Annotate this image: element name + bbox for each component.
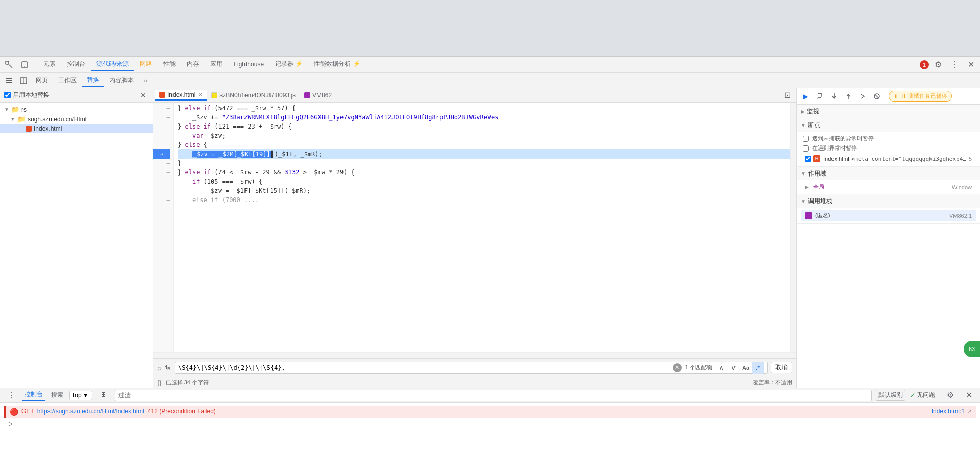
error-circle-icon: 🔴 [10, 408, 18, 416]
editor-tab-bar: Index.html ✕ szBN0h1em4ON.87f8093.js VM8… [153, 88, 796, 103]
match-case-button[interactable]: Aa [740, 362, 752, 374]
section-scope: ▼ 作用域 ▶ 全局 Window [797, 167, 980, 194]
settings-button[interactable]: ⚙ [931, 58, 945, 72]
bp-file-checkbox[interactable] [805, 156, 811, 162]
enable-local-replace-checkbox[interactable] [4, 92, 11, 98]
top-selector[interactable]: top ▼ [69, 391, 92, 400]
tab-network[interactable]: 网络 [135, 58, 157, 71]
tree-item-rs[interactable]: ▼ 📁 rs [0, 105, 153, 114]
console-input-arrow[interactable]: > [4, 419, 976, 429]
panel-layout-button[interactable] [16, 73, 31, 88]
device-toggle-button[interactable] [17, 58, 32, 72]
find-next-button[interactable]: ∨ [727, 362, 740, 374]
tab-lighthouse[interactable]: Lighthouse [229, 59, 269, 71]
section-scope-header[interactable]: ▼ 作用域 [797, 167, 980, 180]
panel-tab-more[interactable]: » [139, 75, 153, 86]
code-line-7: } [178, 159, 790, 168]
section-callstack: ▼ 调用堆栈 (匿名) VM862:1 [797, 194, 980, 224]
tab-elements[interactable]: 元素 [38, 58, 61, 71]
bp-uncaught-label: 遇到未捕获的异常时暂停 [812, 135, 874, 142]
section-breakpoints-header[interactable]: ▼ 断点 [797, 118, 980, 132]
editor-scrollbar[interactable] [790, 103, 796, 352]
editor-tab-vm862[interactable]: VM862 [300, 91, 336, 100]
console-tab-console[interactable]: 控制台 [22, 389, 45, 401]
more-editor-tabs-button[interactable]: ⊡ [780, 88, 794, 103]
bp-file-html-icon: H [813, 155, 820, 162]
callstack-item-anonymous[interactable]: (匿名) VM862:1 [801, 210, 976, 221]
section-breakpoints: ▼ 断点 遇到未捕获的异常时暂停 在遇到异常时暂停 [797, 118, 980, 167]
bp-uncaught-checkbox[interactable] [803, 136, 809, 142]
console-filter-input[interactable] [115, 390, 872, 401]
inspect-element-button[interactable] [2, 58, 16, 72]
file-tree: ▼ 📁 rs ▼ 📁 sugh.szu.edu.cn/Html Index.ht [0, 103, 153, 388]
green-notification-badge[interactable]: 63 [964, 341, 980, 357]
tab-performance[interactable]: 性能 [158, 58, 181, 71]
sources-sidebar: 启用本地替换 ✕ ▼ 📁 rs ▼ 📁 sugh.szu.edu.cn/Html [0, 88, 153, 388]
console-settings-button[interactable]: ⚙ [943, 388, 958, 403]
section-breakpoints-label: 断点 [808, 121, 820, 130]
panel-menu-button[interactable] [2, 73, 16, 88]
bp-caught-checkbox[interactable] [803, 145, 809, 152]
tab-perf-insights[interactable]: 性能数据分析 ⚡ [309, 58, 365, 71]
close-devtools-button[interactable]: ✕ [964, 58, 978, 72]
error-file-ref-container: Index.html:1 ↗ [932, 408, 972, 415]
error-file-ref-link[interactable]: Index.html:1 [932, 408, 965, 415]
cs-loc: VM862:1 [949, 213, 972, 219]
bp-file-item-index[interactable]: H Index.html <meta content="lqqqqqqqki3g… [801, 153, 976, 164]
tab-label-szbn: szBN0h1em4ON.87f8093.js [219, 92, 296, 99]
more-options-button[interactable]: ⋮ [947, 58, 962, 72]
tree-item-index[interactable]: Index.html [0, 124, 153, 133]
tree-item-sugh[interactable]: ▼ 📁 sugh.szu.edu.cn/Html [0, 114, 153, 124]
console-tab-search[interactable]: 搜索 [49, 390, 65, 401]
enable-local-replace-label[interactable]: 启用本地替换 [13, 91, 50, 99]
tab-console[interactable]: 控制台 [62, 58, 90, 71]
section-monitor: ▶ 监视 [797, 105, 980, 118]
find-clear-button[interactable]: ✕ [673, 363, 682, 372]
console-options-button[interactable]: ⋮ [4, 388, 18, 403]
editor-tab-index-html[interactable]: Index.html ✕ [155, 90, 207, 101]
section-monitor-header[interactable]: ▶ 监视 [797, 105, 980, 118]
ln-10: – [153, 186, 170, 195]
regex-button[interactable]: .* [752, 362, 764, 374]
horizontal-scrollbar[interactable] [153, 352, 796, 358]
tab-application[interactable]: 应用 [205, 58, 228, 71]
find-input[interactable] [178, 364, 671, 371]
tab-sources[interactable]: 源代码/来源 [91, 58, 134, 71]
toolbar-right: 1 ⚙ ⋮ ✕ [920, 58, 978, 72]
section-scope-arrow: ▼ [801, 171, 806, 177]
deactivate-breakpoints-button[interactable] [870, 90, 884, 103]
bp-item-uncaught: 遇到未捕获的异常时暂停 [801, 134, 976, 143]
console-eye-button[interactable]: 👁 [96, 388, 111, 403]
resume-button[interactable]: ▶ [799, 90, 812, 103]
editor-tab-szbn[interactable]: szBN0h1em4ON.87f8093.js [207, 91, 300, 100]
step-button[interactable] [856, 90, 869, 103]
panel-tab-replace[interactable]: 替换 [82, 73, 104, 87]
top-selector-label: top [73, 392, 82, 399]
tab-recorder[interactable]: 记录器 ⚡ [270, 58, 308, 71]
code-editor[interactable]: – – – – – → – – – – – } else if (5472 ==… [153, 103, 796, 352]
section-callstack-header[interactable]: ▼ 调用堆栈 [797, 194, 980, 208]
find-prev-button[interactable]: ∧ [715, 362, 727, 374]
console-level-selector[interactable]: 默认级别 [876, 390, 905, 401]
panel-tab-workspace[interactable]: 工作区 [53, 74, 82, 87]
code-line-9: if (105 === _$rw) { [178, 177, 790, 186]
tab-close-index-html[interactable]: ✕ [198, 91, 203, 98]
clear-replacements-button[interactable]: ✕ [138, 90, 149, 101]
ln-6-arrow: → [153, 149, 170, 159]
panel-tab-content-scripts[interactable]: 内容脚本 [104, 74, 139, 87]
panel-tab-webpage[interactable]: 网页 [31, 74, 53, 87]
section-scope-content: ▶ 全局 Window [797, 180, 980, 194]
main-content-area: 启用本地替换 ✕ ▼ 📁 rs ▼ 📁 sugh.szu.edu.cn/Html [0, 88, 980, 388]
step-out-button[interactable] [842, 90, 855, 103]
find-cancel-button[interactable]: 取消 [771, 362, 792, 373]
bp-caught-label: 在遇到异常时暂停 [812, 144, 857, 152]
find-input-container: ✕ 1 个匹配项 ∧ ∨ Aa .* [175, 362, 768, 374]
console-close-button[interactable]: ✕ [962, 388, 976, 403]
tab-icon-js [211, 92, 217, 98]
error-url-link[interactable]: https://sugh.szu.edu.cn/Html/Index.html [37, 408, 144, 415]
tab-memory[interactable]: 内存 [182, 58, 204, 71]
step-over-button[interactable] [813, 90, 826, 103]
scope-item-global: ▶ 全局 Window [801, 182, 976, 192]
step-into-button[interactable] [827, 90, 841, 103]
section-callstack-label: 调用堆栈 [808, 197, 832, 206]
